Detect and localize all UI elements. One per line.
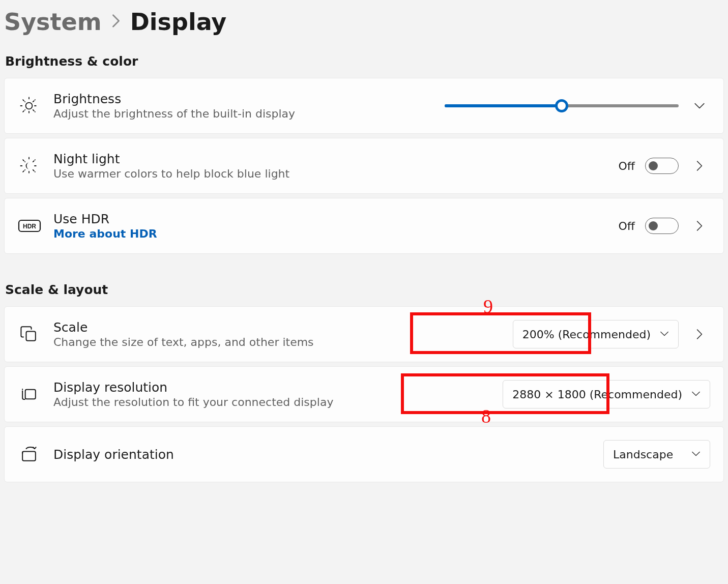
svg-line-13 (23, 160, 25, 162)
open-hdr[interactable] (689, 220, 710, 231)
section-title-scale-layout: Scale & layout (5, 282, 724, 297)
resolution-icon (18, 383, 53, 405)
svg-line-7 (23, 110, 25, 112)
hdr-icon: HDR (18, 218, 53, 233)
brightness-slider-fill (445, 104, 562, 107)
breadcrumb-parent[interactable]: System (4, 8, 102, 36)
toggle-knob (649, 161, 658, 170)
orientation-select-value: Landscape (613, 448, 673, 461)
resolution-select[interactable]: 2880 × 1800 (Recommended) (503, 380, 710, 408)
row-title-orientation: Display orientation (53, 447, 603, 462)
scale-select[interactable]: 200% (Recommended) (513, 320, 679, 348)
brightness-slider-thumb[interactable] (555, 99, 568, 112)
scale-icon (18, 323, 53, 345)
row-hdr[interactable]: HDR Use HDR More about HDR Off (4, 198, 724, 254)
svg-line-6 (33, 110, 35, 112)
row-title-brightness: Brightness (53, 92, 445, 106)
svg-rect-19 (26, 332, 36, 341)
orientation-select[interactable]: Landscape (603, 440, 710, 469)
row-title-scale: Scale (53, 320, 513, 335)
row-sub-night-light: Use warmer colors to help block blue lig… (53, 167, 619, 180)
row-scale[interactable]: Scale Change the size of text, apps, and… (4, 306, 724, 362)
hdr-state-label: Off (619, 220, 635, 232)
row-resolution[interactable]: Display resolution Adjust the resolution… (4, 366, 724, 422)
svg-line-5 (23, 100, 25, 102)
row-title-resolution: Display resolution (53, 380, 503, 395)
resolution-select-value: 2880 × 1800 (Recommended) (512, 388, 682, 401)
night-light-state-label: Off (619, 160, 635, 172)
row-brightness[interactable]: Brightness Adjust the brightness of the … (4, 78, 724, 134)
hdr-more-link[interactable]: More about HDR (53, 227, 619, 240)
row-sub-scale: Change the size of text, apps, and other… (53, 336, 513, 348)
toggle-knob (649, 221, 658, 230)
breadcrumb: System Display (4, 4, 724, 36)
row-title-night-light: Night light (53, 152, 619, 166)
svg-text:HDR: HDR (23, 223, 36, 230)
open-scale[interactable] (689, 329, 710, 340)
row-night-light[interactable]: Night light Use warmer colors to help bl… (4, 138, 724, 194)
expand-brightness[interactable] (689, 100, 710, 111)
scale-select-value: 200% (Recommended) (522, 328, 651, 341)
svg-rect-20 (25, 390, 36, 399)
brightness-icon (18, 95, 53, 117)
row-sub-resolution: Adjust the resolution to fit your connec… (53, 396, 503, 408)
chevron-right-icon (111, 13, 121, 31)
chevron-down-icon (660, 328, 669, 341)
brightness-slider[interactable] (445, 104, 679, 107)
night-light-icon (18, 155, 53, 177)
svg-point-0 (26, 103, 33, 109)
svg-line-15 (23, 170, 25, 172)
chevron-down-icon (691, 388, 701, 401)
orientation-icon (18, 443, 53, 465)
hdr-toggle[interactable] (645, 218, 679, 234)
breadcrumb-current: Display (130, 8, 227, 36)
row-sub-brightness: Adjust the brightness of the built-in di… (53, 107, 445, 120)
row-orientation[interactable]: Display orientation Landscape (4, 426, 724, 482)
row-title-hdr: Use HDR (53, 212, 619, 226)
svg-line-14 (33, 170, 35, 172)
svg-rect-21 (22, 452, 36, 461)
open-night-light[interactable] (689, 160, 710, 171)
svg-line-8 (33, 100, 35, 102)
night-light-toggle[interactable] (645, 158, 679, 174)
chevron-down-icon (691, 448, 701, 461)
svg-line-16 (33, 160, 35, 162)
section-title-brightness-color: Brightness & color (5, 54, 724, 69)
